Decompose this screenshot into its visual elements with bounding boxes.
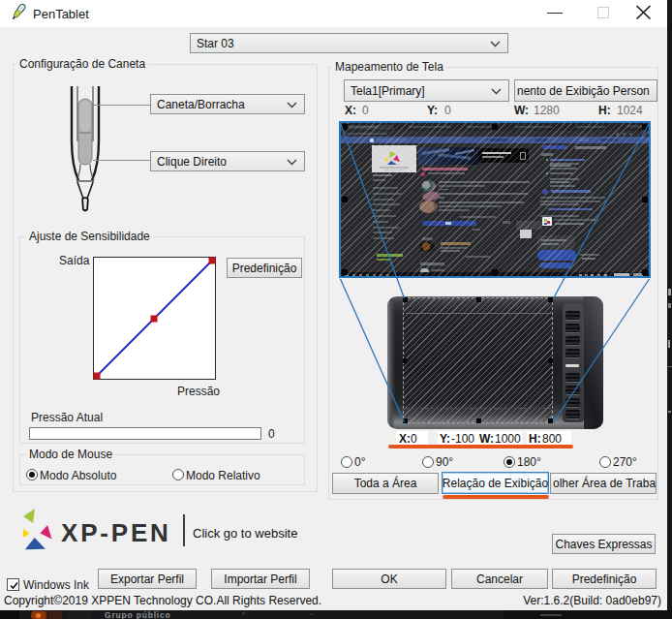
pen-button-top-select[interactable]: Caneta/Borracha (150, 94, 305, 114)
close-icon (635, 5, 652, 20)
chevron-down-icon (490, 41, 501, 47)
monitor-select[interactable]: Tela1[Primary] (344, 79, 509, 102)
choose-work-area-button[interactable]: olher Área de Traba (550, 473, 657, 494)
area-handle-br[interactable] (548, 418, 553, 423)
background-window-right-strip (667, 0, 672, 619)
key-divider-light (565, 364, 579, 367)
preview-handle-tr[interactable] (642, 124, 648, 130)
copyright-text: Copyright©2019 XPPEN Technology CO.All R… (4, 594, 321, 607)
tablet-w-value: 1000 (495, 432, 521, 446)
radio-rotation-270[interactable] (599, 456, 611, 468)
y-axis-label: Saída (59, 254, 89, 267)
curve-handle-low[interactable] (94, 373, 101, 380)
cancel-button[interactable]: Cancelar (451, 569, 548, 589)
tablet-h-value: 800 (542, 432, 562, 446)
radio-rotation-180[interactable] (504, 456, 515, 468)
tablet-h-label: H: (529, 432, 541, 446)
express-key-8 (565, 410, 580, 419)
pen-button-bottom-value: Clique Direito (157, 155, 227, 169)
sensitivity-preset-button[interactable]: Predefinição (227, 258, 302, 278)
pen-config-group-label: Configuração de Caneta (16, 57, 148, 71)
express-key-5 (565, 373, 580, 383)
area-handle-tm[interactable] (476, 297, 481, 302)
full-area-button[interactable]: Toda a Área (332, 473, 439, 494)
preview-handle-ml[interactable] (342, 197, 348, 202)
custom-display-button[interactable]: nento de Exibição Person (514, 79, 657, 102)
pen-button-top-value: Caneta/Borracha (157, 98, 245, 111)
export-profile-button[interactable]: Exportar Perfil (98, 569, 197, 589)
active-area-bottomline (406, 408, 551, 409)
area-handle-bm[interactable] (476, 418, 481, 423)
mouse-mode-group-label: Modo de Mouse (26, 448, 115, 461)
tablet-active-area[interactable] (403, 297, 553, 423)
screen-w-value: 1280 (534, 104, 560, 117)
pressure-progressbar (29, 427, 261, 440)
tablet-y-value: -100 (451, 432, 474, 446)
screen-y-label: Y: (427, 104, 438, 117)
default-button[interactable]: Predefinição (552, 569, 657, 589)
minimize-icon (547, 13, 563, 14)
screen-h-value: 1024 (617, 104, 643, 117)
area-handle-tl[interactable] (403, 297, 408, 302)
pressure-curve-graph[interactable] (93, 257, 216, 380)
area-handle-bl[interactable] (403, 418, 408, 423)
chevron-down-icon (287, 102, 297, 108)
import-profile-button[interactable]: Importar Perfil (211, 569, 310, 589)
app-icon (9, 2, 28, 22)
preview-handle-tl[interactable] (342, 124, 348, 130)
radio-rotation-0-label[interactable]: 0° (354, 455, 365, 469)
screen-preview[interactable] (339, 121, 651, 278)
window-title: PenTablet (33, 7, 89, 21)
tablet-right-cap (584, 296, 603, 429)
radio-absolute-mode[interactable] (26, 469, 38, 480)
current-pressure-value: 0 (268, 427, 275, 441)
current-pressure-label: Pressão Atual (31, 411, 103, 424)
radio-absolute-mode-label[interactable]: Modo Absoluto (40, 469, 116, 482)
area-handle-mr[interactable] (548, 358, 553, 363)
express-key-4 (565, 349, 580, 358)
radio-rotation-0[interactable] (341, 456, 352, 468)
preview-handle-bl[interactable] (342, 269, 348, 275)
ok-button[interactable]: OK (332, 569, 446, 589)
radio-rotation-90-label[interactable]: 90° (436, 455, 453, 469)
chevron-down-icon (287, 159, 297, 166)
screen-mapping-group-label: Mapeamento de Tela (332, 60, 446, 74)
radio-relative-mode[interactable] (172, 469, 184, 480)
radio-rotation-270-label[interactable]: 270° (613, 455, 637, 469)
express-key-1 (565, 311, 580, 321)
screen-w-label: W: (514, 104, 529, 117)
background-window-bottom-strip: Grupo público (0, 610, 672, 619)
screen-x-label: X: (345, 104, 356, 117)
close-button[interactable] (625, 0, 668, 27)
maximize-button[interactable] (582, 0, 626, 27)
check-icon (9, 580, 19, 591)
pentablet-dialog: PenTablet Star 03 Configuração de Caneta (0, 0, 667, 610)
minimize-button[interactable] (534, 0, 577, 27)
windows-ink-checkbox[interactable] (7, 578, 19, 591)
logo-divider (183, 514, 185, 546)
express-key-2 (565, 324, 580, 333)
screen-y-value: 0 (444, 104, 451, 117)
express-key-6 (565, 386, 580, 395)
profile-select[interactable]: Star 03 (190, 33, 508, 53)
radio-relative-mode-label[interactable]: Modo Relativo (186, 469, 260, 482)
preview-handle-br[interactable] (642, 269, 648, 275)
windows-ink-label[interactable]: Windows Ink (23, 578, 89, 592)
annotation-underline-ratio-button (443, 495, 549, 499)
display-ratio-button[interactable]: Relação de Exibição (442, 472, 549, 494)
area-handle-ml[interactable] (403, 358, 408, 363)
sensitivity-group-label: Ajuste de Sensibilidade (26, 230, 153, 243)
curve-handle-high[interactable] (209, 258, 216, 264)
tablet-y-label: Y: (440, 432, 450, 446)
radio-rotation-90[interactable] (422, 456, 434, 468)
express-keys-button[interactable]: Chaves Expressas (552, 534, 656, 554)
radio-rotation-180-label[interactable]: 180° (517, 455, 541, 469)
preview-handle-bm[interactable] (492, 269, 498, 275)
screen-x-value: 0 (362, 104, 369, 117)
preview-handle-tm[interactable] (492, 124, 498, 130)
logo-tagline[interactable]: Click go to website (193, 526, 297, 541)
preview-handle-mr[interactable] (642, 197, 648, 202)
pen-button-bottom-select[interactable]: Clique Direito (150, 151, 305, 171)
area-handle-tr[interactable] (548, 297, 553, 302)
curve-handle-mid[interactable] (151, 316, 158, 323)
